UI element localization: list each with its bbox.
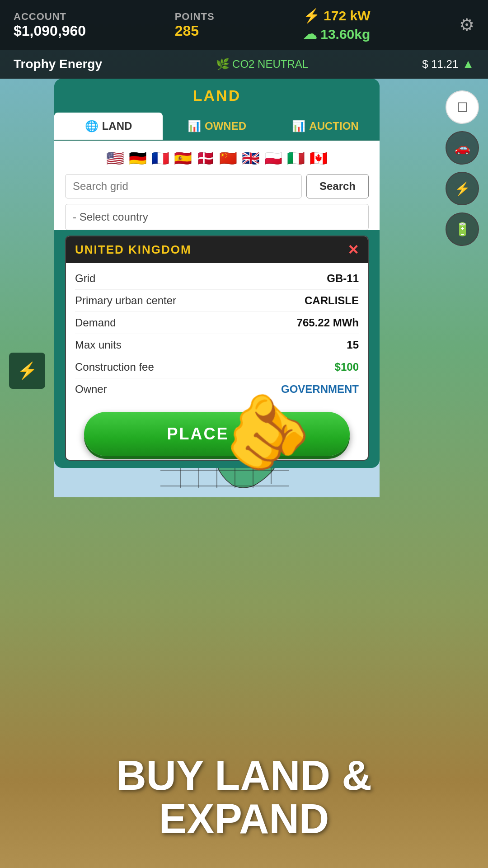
tab-owned-icon: 📊 (188, 120, 201, 132)
info-card-header: UNITED KINGDOM ✕ (66, 236, 368, 263)
main-panel: LAND 🌐 LAND 📊 OWNED 📊 AUCTION 🇺🇸 🇩🇪 🇫🇷 🇪… (54, 79, 380, 468)
flag-pl[interactable]: 🇵🇱 (264, 150, 282, 167)
info-rows: Grid GB-11 Primary urban center CARLISLE… (66, 263, 368, 405)
table-row: Construction fee $100 (75, 356, 359, 378)
price-display: $ 11.21 ▲ (422, 57, 474, 71)
power-value: 172 kW (324, 8, 370, 24)
account-section: ACCOUNT $1,090,960 (14, 11, 86, 39)
bottom-line1: BUY LAND & (0, 754, 488, 797)
country-name: UNITED KINGDOM (75, 243, 192, 257)
co2-icon: ☁ (303, 26, 317, 42)
power-display: ⚡ 172 kW (303, 8, 370, 24)
price-value: $ 11.21 (422, 58, 458, 71)
gear-icon[interactable]: ⚙ (459, 15, 474, 35)
lightning-icon: ⚡ (17, 361, 38, 380)
power-icon: ⚡ (303, 8, 320, 24)
company-bar: Trophy Energy 🌿 CO2 NEUTRAL $ 11.21 ▲ (0, 50, 488, 79)
flag-de[interactable]: 🇩🇪 (129, 150, 147, 167)
urban-center-label: Primary urban center (75, 294, 176, 307)
flag-gb[interactable]: 🇬🇧 (242, 150, 260, 167)
tab-owned-label: OWNED (205, 120, 246, 132)
max-units-label: Max units (75, 339, 122, 351)
tab-auction-label: AUCTION (309, 120, 358, 132)
construction-fee-value: $100 (335, 361, 359, 373)
grid-label: Grid (75, 272, 95, 285)
info-card: UNITED KINGDOM ✕ Grid GB-11 Primary urba… (65, 236, 369, 461)
demand-label: Demand (75, 316, 116, 329)
flag-es[interactable]: 🇪🇸 (174, 150, 192, 167)
table-row: Demand 765.22 MWh (75, 312, 359, 334)
max-units-value: 15 (347, 339, 359, 351)
side-buttons-panel: ☐ 🚗 ⚡ 🔋 (446, 90, 479, 246)
co2-value: 13.60kg (320, 27, 370, 42)
battery-side-button[interactable]: 🔋 (446, 212, 479, 246)
co2-display: ☁ 13.60kg (303, 26, 370, 42)
flag-it[interactable]: 🇮🇹 (287, 150, 305, 167)
account-value: $1,090,960 (14, 23, 86, 39)
flag-fr[interactable]: 🇫🇷 (151, 150, 169, 167)
close-button[interactable]: ✕ (347, 243, 359, 257)
account-label: ACCOUNT (14, 11, 66, 23)
bottom-text: BUY LAND & EXPAND (0, 754, 488, 841)
tab-auction[interactable]: 📊 AUCTION (271, 113, 380, 140)
search-area: 🇺🇸 🇩🇪 🇫🇷 🇪🇸 🇩🇰 🇨🇳 🇬🇧 🇵🇱 🇮🇹 🇨🇦 Search - S… (54, 141, 380, 230)
search-input[interactable] (65, 174, 302, 198)
co2-neutral-label: CO2 NEUTRAL (232, 58, 308, 71)
table-row: Grid GB-11 (75, 268, 359, 290)
demand-value: 765.22 MWh (297, 316, 359, 329)
search-row: Search (65, 174, 369, 198)
points-value: 285 (175, 23, 199, 39)
status-center: ⚡ 172 kW ☁ 13.60kg (303, 8, 370, 42)
tabs-row: 🌐 LAND 📊 OWNED 📊 AUCTION (54, 113, 380, 141)
grid-value: GB-11 (327, 272, 359, 285)
tab-owned[interactable]: 📊 OWNED (163, 113, 271, 140)
flag-dk[interactable]: 🇩🇰 (197, 150, 215, 167)
tab-auction-icon: 📊 (292, 120, 305, 132)
urban-center-value: CARLISLE (305, 294, 359, 307)
square-side-button[interactable]: ☐ (446, 90, 479, 124)
panel-title: LAND (54, 79, 380, 113)
lightning-side-button[interactable]: ⚡ (446, 172, 479, 205)
co2-badge: 🌿 CO2 NEUTRAL (216, 58, 308, 71)
construction-fee-label: Construction fee (75, 361, 154, 373)
owner-value: GOVERNMENT (281, 383, 359, 396)
tab-land-icon: 🌐 (85, 120, 99, 132)
tab-land-label: LAND (102, 120, 132, 132)
select-country-dropdown[interactable]: - Select country (65, 204, 369, 230)
owner-label: Owner (75, 383, 107, 396)
flags-row: 🇺🇸 🇩🇪 🇫🇷 🇪🇸 🇩🇰 🇨🇳 🇬🇧 🇵🇱 🇮🇹 🇨🇦 (65, 150, 369, 167)
car-side-button[interactable]: 🚗 (446, 131, 479, 165)
co2-leaf-icon: 🌿 (216, 58, 230, 71)
flag-cn[interactable]: 🇨🇳 (219, 150, 237, 167)
flag-us[interactable]: 🇺🇸 (106, 150, 124, 167)
status-bar: ACCOUNT $1,090,960 POINTS 285 ⚡ 172 kW ☁… (0, 0, 488, 50)
table-row: Primary urban center CARLISLE (75, 290, 359, 312)
points-label: POINTS (175, 11, 215, 23)
bottom-line2: EXPAND (0, 797, 488, 841)
company-name: Trophy Energy (14, 57, 102, 71)
table-row: Max units 15 (75, 334, 359, 356)
place-bid-button[interactable]: PLACE BID (84, 412, 350, 456)
points-section: POINTS 285 (175, 11, 215, 39)
tab-land[interactable]: 🌐 LAND (54, 113, 163, 140)
price-up-arrow: ▲ (462, 57, 474, 71)
lightning-left-button[interactable]: ⚡ (9, 353, 45, 389)
table-row: Owner GOVERNMENT (75, 378, 359, 400)
flag-ca[interactable]: 🇨🇦 (310, 150, 328, 167)
search-button[interactable]: Search (306, 174, 369, 198)
